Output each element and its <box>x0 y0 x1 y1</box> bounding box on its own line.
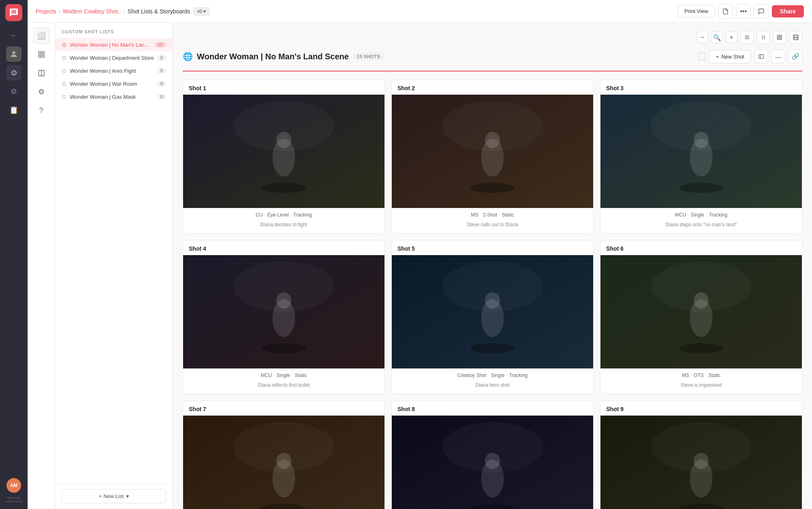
panel-view-toggle-2[interactable]: — <box>771 50 785 63</box>
nav-avatar-thumb[interactable] <box>6 46 22 62</box>
view-list-button[interactable] <box>741 31 754 44</box>
shot-scene-svg <box>600 95 802 208</box>
sidebar-item-3[interactable]: ⊙ Wonder Woman | War Room 0 <box>55 77 173 90</box>
svg-point-66 <box>651 422 752 472</box>
sidebar-item-count-2: 0 <box>157 68 166 74</box>
breadcrumb-current: Shot Lists & Storyboards <box>127 8 190 15</box>
sidebar-item-2[interactable]: ⊙ Wonder Woman | Ares Fight 0 <box>55 64 173 77</box>
version-badge[interactable]: v0 ▾ <box>193 7 209 15</box>
more-options-button[interactable]: ••• <box>736 4 751 19</box>
shot-header: Shot 7 <box>183 401 384 416</box>
svg-rect-12 <box>777 35 779 37</box>
dot-separator: · <box>290 212 292 218</box>
sidebar-item-icon-0: ⊙ <box>62 41 67 48</box>
zoom-icon-button[interactable]: 🔍 <box>711 32 723 43</box>
grid-icon <box>38 51 45 58</box>
shot-meta: MS · 2-Shot · Static <box>392 208 593 220</box>
panel-link-button[interactable]: 🔗 <box>788 50 802 63</box>
breadcrumb-project[interactable]: Modern Cowboy Shot.. <box>63 8 121 15</box>
shot-card-1[interactable]: Shot 2 <box>391 80 594 234</box>
chevron-down-icon-list: ▾ <box>126 493 129 499</box>
shot-description: Diana decides to fight <box>183 220 384 233</box>
svg-rect-15 <box>780 38 782 39</box>
settings-tool-button[interactable]: ⚙ <box>33 84 50 100</box>
shot-image <box>600 255 802 368</box>
view-film-button[interactable] <box>789 31 802 44</box>
svg-point-45 <box>471 343 515 353</box>
svg-point-50 <box>679 343 723 353</box>
nav-filter-icon[interactable]: ⚙ <box>6 84 22 99</box>
export-icon-button[interactable] <box>718 4 733 19</box>
shot-card-6[interactable]: Shot 7 <box>183 401 385 509</box>
shot-card-0[interactable]: Shot 1 <box>183 80 385 234</box>
grid-tool-button[interactable] <box>33 46 50 63</box>
sidebar-item-label-2: Wonder Woman | Ares Fight <box>70 68 154 74</box>
shot-meta-item: Static <box>502 212 514 218</box>
zoom-in-button[interactable]: + <box>726 32 737 43</box>
panel-view-toggle-1[interactable] <box>754 50 768 63</box>
columns-tool-button[interactable] <box>33 65 50 81</box>
new-shot-label: New Shot <box>721 54 744 60</box>
logo-icon <box>9 8 19 17</box>
svg-point-56 <box>233 422 334 472</box>
comment-button[interactable] <box>754 4 769 19</box>
sidebar: CUSTOM SHOT LISTS ⊙ Wonder Woman | No Ma… <box>55 23 173 509</box>
shot-meta: MCU · Single · Static <box>183 368 384 381</box>
sidebar-item-count-4: 0 <box>157 94 166 100</box>
view-columns-button[interactable] <box>757 31 770 44</box>
panel-film-icon <box>758 54 764 59</box>
left-toolbar: ⬜ ⚙ ? <box>28 23 55 509</box>
shot-scene-svg <box>392 255 593 368</box>
shot-meta-item: MS <box>471 212 478 218</box>
shot-card-7[interactable]: Shot 8 <box>391 401 594 509</box>
nav-book-icon[interactable]: 📋 <box>6 102 22 118</box>
frame-tool-button[interactable]: ⬜ <box>33 28 50 44</box>
panel-actions: + New Shot — 🔗 <box>698 50 802 63</box>
new-shot-button[interactable]: + New Shot <box>709 50 751 63</box>
svg-rect-1 <box>39 52 41 54</box>
shot-scene-svg <box>392 416 593 509</box>
svg-point-46 <box>442 262 543 312</box>
app-logo[interactable] <box>5 4 22 21</box>
shot-card-4[interactable]: Shot 5 <box>391 240 594 394</box>
svg-point-51 <box>651 262 752 312</box>
nav-circle-icon[interactable]: ⊙ <box>6 65 22 80</box>
nav-back-icon[interactable]: ← <box>6 28 22 43</box>
shot-description: Diana steps onto "no man's land" <box>600 220 802 233</box>
sidebar-item-label-1: Wonder Woman | Department Store <box>70 55 154 61</box>
breadcrumb-projects[interactable]: Projects <box>36 8 56 15</box>
svg-point-30 <box>471 183 515 193</box>
shot-meta-item: Single <box>691 212 704 218</box>
sidebar-item-4[interactable]: ⊙ Wonder Woman | Gas Mask 0 <box>55 90 173 103</box>
shot-scene-svg <box>392 95 593 208</box>
zoom-out-button[interactable]: − <box>697 32 708 43</box>
shot-card-5[interactable]: Shot 6 <box>600 240 802 394</box>
svg-rect-2 <box>42 52 44 54</box>
sidebar-item-icon-2: ⊙ <box>62 67 67 74</box>
shot-meta: Cowboy Shot · Single · Tracking <box>392 368 593 381</box>
share-button[interactable]: Share <box>772 5 804 17</box>
shot-card-8[interactable]: Shot 9 <box>600 401 802 509</box>
main-panel: − 🔍 + 🌐 Wonder <box>173 23 812 509</box>
sidebar-item-0[interactable]: ⊙ Wonder Woman | No Man's Land ... 15 <box>55 38 173 51</box>
shot-card-2[interactable]: Shot 3 <box>600 80 802 234</box>
select-all-checkbox[interactable] <box>698 53 706 60</box>
shot-description: Steve calls out to Diana <box>392 220 593 233</box>
print-view-button[interactable]: Print View <box>678 5 715 17</box>
shot-header: Shot 6 <box>600 240 802 255</box>
new-list-button[interactable]: + New List ▾ <box>62 489 166 503</box>
sidebar-item-label-0: Wonder Woman | No Man's Land ... <box>70 42 151 48</box>
made-by-label: Made By Leanometry <box>5 496 22 505</box>
shot-meta-item: 2-Shot <box>483 212 497 218</box>
plus-icon: + <box>716 54 719 60</box>
grid-view-icon <box>777 35 782 40</box>
shot-card-3[interactable]: Shot 4 <box>183 240 385 394</box>
sidebar-item-1[interactable]: ⊙ Wonder Woman | Department Store 0 <box>55 51 173 64</box>
shot-image <box>183 416 384 509</box>
view-grid-button[interactable] <box>773 31 786 44</box>
user-avatar[interactable]: AM <box>6 478 21 493</box>
shot-description: Diana reflects first bullet <box>183 381 384 394</box>
dot-separator: · <box>688 212 689 218</box>
shot-meta-item: Single <box>276 373 290 378</box>
help-tool-button[interactable]: ? <box>33 102 50 119</box>
